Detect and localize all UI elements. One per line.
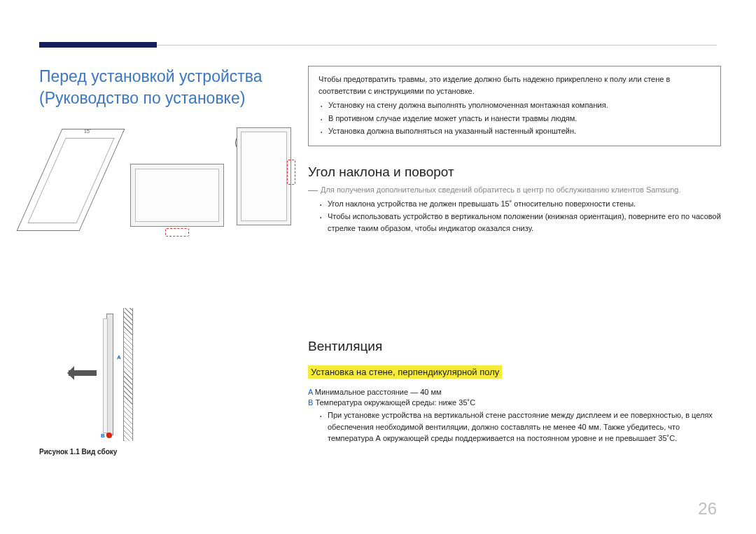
- spec-a-text: Минимальное расстояние — 40 мм: [313, 388, 442, 396]
- ventilation-illustration: A B Рисунок 1.1 Вид сбоку: [39, 308, 158, 468]
- tilt-note: Для получения дополнительных сведений об…: [308, 185, 721, 194]
- panel-side-view-icon: [106, 314, 113, 435]
- subsection-highlight: Установка на стене, перпендикулярной пол…: [308, 365, 502, 379]
- ventilation-paragraph: При установке устройства на вертикальной…: [328, 409, 721, 444]
- header-accent-bar: [39, 42, 157, 48]
- spec-b: B Температура окружающей среды: ниже 35˚…: [308, 398, 721, 407]
- spec-b-text: Температура окружающей среды: ниже 35˚C: [313, 398, 475, 407]
- figure-caption: Рисунок 1.1 Вид сбоку: [39, 448, 117, 456]
- spec-a: A Минимальное расстояние — 40 мм: [308, 388, 721, 396]
- section-heading-tilt: Угол наклона и поворот: [308, 164, 721, 180]
- label-a: A: [117, 354, 121, 360]
- indicator-dot-icon: [106, 433, 112, 438]
- spec-a-label: A: [308, 388, 313, 396]
- wall-bracket-vertical-icon: [287, 160, 295, 185]
- page-title: Перед установкой устройства (Руководство…: [39, 66, 291, 109]
- tilt-bullet: Чтобы использовать устройство в вертикал…: [328, 211, 721, 234]
- warning-bullet: Установку на стену должна выполнять упол…: [328, 99, 710, 111]
- label-b: B: [101, 433, 105, 439]
- airflow-arrow-icon: [60, 368, 97, 378]
- tilted-panel-icon: [16, 129, 125, 231]
- tilt-bullet: Угол наклона устройства не должен превыш…: [328, 198, 721, 210]
- title-line-2: (Руководство по установке): [39, 89, 245, 107]
- warning-intro-text: Чтобы предотвратить травмы, это изделие …: [318, 73, 710, 97]
- tilt-angle-label: 15˚: [84, 129, 91, 134]
- page-number: 26: [698, 499, 717, 519]
- section-heading-ventilation: Вентиляция: [308, 339, 721, 354]
- portrait-monitor-icon: [237, 127, 291, 225]
- warning-bullet: Установка должна выполняться на указанны…: [328, 125, 710, 137]
- wall-hatch-icon: [123, 308, 133, 441]
- title-line-1: Перед установкой устройства: [39, 67, 262, 85]
- warning-bullet: В противном случае изделие может упасть …: [328, 113, 710, 125]
- landscape-monitor-icon: [130, 164, 224, 227]
- wall-bracket-horizontal-icon: [165, 228, 189, 237]
- warning-box: Чтобы предотвратить травмы, это изделие …: [308, 66, 721, 146]
- orientation-illustration: 15˚: [39, 125, 291, 245]
